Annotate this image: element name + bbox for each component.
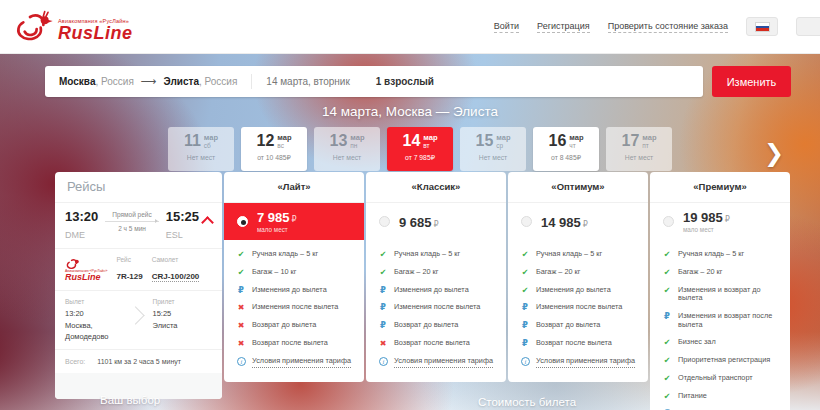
date-month: мар [277, 134, 291, 142]
rusline-bird-small-icon [65, 258, 81, 270]
date-card-16-мар[interactable]: 16марчтот 8 485₽ [533, 127, 599, 171]
date-month: мар [642, 134, 656, 142]
feature-text: Отдельный транспорт [678, 374, 753, 383]
feature-text[interactable]: Условия применения тарифа [252, 357, 351, 368]
fare-column-classic: «Классик»9 685₽✔Ручная кладь – 5 кг✔Бага… [366, 172, 506, 382]
fare-features-light: ✔Ручная кладь – 5 кг✔Багаж – 10 кг₽Измен… [224, 240, 364, 382]
ruble-icon: ₽ [520, 339, 530, 348]
date-price: Нет мест [606, 154, 672, 161]
date-month: мар [496, 134, 510, 142]
date-carousel: 11марсбНет мест12марвсот 10 485₽13марпнН… [168, 127, 672, 171]
departure-time: 13:20 [65, 210, 98, 224]
cross-icon: ✖ [378, 339, 388, 348]
date-month: мар [423, 134, 437, 142]
date-card-14-мар[interactable]: 14марвтот 7 985₽ [387, 127, 453, 171]
search-summary-bar[interactable]: Москва, Россия ⟶ Элиста, Россия 14 марта… [45, 66, 703, 97]
register-link[interactable]: Регистрация [537, 21, 590, 33]
cross-icon: ✖ [236, 321, 246, 330]
fare-feature: ✔Отдельный транспорт [662, 374, 784, 383]
ruble-currency: ₽ [292, 215, 297, 224]
fare-feature: ✖Возврат до вылета [236, 321, 358, 330]
radio-icon [379, 216, 390, 227]
seats-note: мало мест [683, 227, 730, 233]
ruble-icon: ₽ [236, 286, 246, 295]
language-flag-button[interactable] [746, 17, 778, 36]
to-city: Элиста [164, 76, 199, 87]
departure-label: Вылет [65, 298, 125, 305]
check-icon: ✔ [520, 268, 530, 277]
check-icon: ✔ [662, 250, 672, 259]
fare-feature: ✔Изменения до вылета [520, 286, 642, 295]
aircraft-type-link[interactable]: CRJ-100/200 [152, 272, 200, 282]
flight-route-row: Вылет 13:20 Москва, Домодедово Прилет 15… [55, 290, 222, 349]
ruble-currency: ₽ [434, 220, 439, 229]
language-alt-button[interactable] [796, 17, 820, 36]
feature-text: Возврат до вылета [252, 321, 316, 330]
collapse-chevron-up-icon[interactable] [201, 216, 214, 229]
cross-icon: ✖ [236, 339, 246, 348]
fare-feature[interactable]: iУсловия применения тарифа [520, 357, 642, 368]
check-icon: ✔ [662, 392, 672, 401]
date-day: 13 [330, 133, 348, 149]
fare-feature[interactable]: iУсловия применения тарифа [236, 357, 358, 368]
rusline-logo[interactable]: Авиакомпания «РусЛайн» RusLine [14, 10, 133, 44]
airline-mini-logo: Авиакомпания «РусЛайн» RusLine [65, 258, 107, 283]
fare-feature: ✔Багаж – 20 кг [520, 268, 642, 277]
date-card-12-мар[interactable]: 12марвсот 10 485₽ [241, 127, 307, 171]
feature-text: Ручная кладь – 5 кг [678, 250, 744, 259]
feature-text: Питание [678, 392, 707, 401]
arrival-label: Прилет [153, 298, 213, 305]
ruble-icon: ₽ [378, 321, 388, 330]
fare-feature: ₽Возврат до вылета [520, 321, 642, 330]
total-value: 1101 км за 2 часа 5 минут [97, 358, 181, 365]
fare-feature: ✖Изменения после вылета [236, 303, 358, 312]
fare-price-light[interactable]: 7 985₽мало мест [224, 203, 364, 240]
feature-text: Ручная кладь – 5 кг [252, 250, 318, 259]
ruble-icon: ₽ [520, 321, 530, 330]
feature-text: Изменения после вылета [394, 303, 480, 312]
your-choice-label: Ваш выбор [100, 394, 160, 406]
date-day: 11 [184, 133, 201, 149]
login-link[interactable]: Войти [494, 21, 519, 33]
fare-feature: ✔Ручная кладь – 5 кг [520, 250, 642, 259]
fare-feature[interactable]: iУсловия применения тарифа [378, 357, 500, 368]
check-icon: ✔ [520, 286, 530, 295]
feature-text: Изменения до вылета [394, 286, 469, 295]
feature-text: Ручная кладь – 5 кг [536, 250, 602, 259]
rusline-bird-icon [14, 10, 54, 44]
fare-features-optimum: ✔Ручная кладь – 5 кг✔Багаж – 20 кг✔Измен… [508, 240, 648, 382]
ruble-icon: ₽ [662, 312, 672, 321]
feature-text: Бизнес зал [678, 338, 716, 347]
page: Авиакомпания «РусЛайн» RusLine Войти Рег… [0, 0, 820, 410]
feature-text: Багаж – 20 кг [394, 268, 438, 277]
fare-price-optimum[interactable]: 14 985₽ [508, 203, 648, 240]
date-card-13-мар: 13марпнНет мест [314, 127, 380, 171]
check-icon: ✔ [662, 356, 672, 365]
radio-icon [521, 216, 532, 227]
fare-price-classic[interactable]: 9 685₽ [366, 203, 506, 240]
info-icon: i [379, 357, 388, 366]
date-weekday: пн [350, 143, 364, 150]
date-month: мар [569, 134, 583, 142]
departure-city: Москва, Домодедово [65, 320, 125, 343]
to-country: , Россия [199, 76, 237, 87]
check-icon: ✔ [520, 250, 530, 259]
departure-time-small: 13:20 [65, 308, 125, 319]
radio-icon [237, 216, 248, 227]
fare-price-premium[interactable]: 19 985₽мало мест [650, 203, 790, 240]
check-order-link[interactable]: Проверить состояние заказа [608, 21, 728, 33]
fare-column-light: «Лайт»7 985₽мало мест✔Ручная кладь – 5 к… [224, 172, 364, 382]
route-heading: 14 марта, Москва — Элиста [0, 104, 820, 119]
carousel-next-icon[interactable]: ❯ [764, 139, 784, 167]
flight-type: Прямой рейс [103, 211, 161, 218]
check-icon: ✔ [236, 268, 246, 277]
date-weekday: вс [277, 143, 291, 150]
feature-text[interactable]: Условия применения тарифа [536, 357, 635, 368]
feature-text[interactable]: Условия применения тарифа [394, 357, 493, 368]
change-search-button[interactable]: Изменить [712, 66, 791, 97]
fare-column-premium: «Премиум»19 985₽мало мест✔Ручная кладь –… [650, 172, 790, 410]
date-weekday: вт [423, 143, 437, 150]
airline-name: RusLine [65, 273, 107, 282]
feature-text: Изменения и возврат после вылета [678, 312, 784, 330]
from-country: , Россия [95, 76, 133, 87]
